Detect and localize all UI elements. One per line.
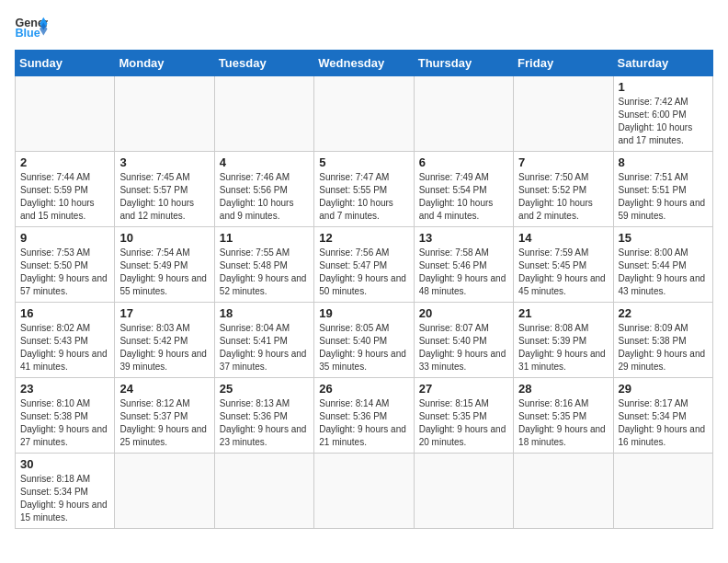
day-info: Sunrise: 7:45 AMSunset: 5:57 PMDaylight:… (119, 171, 209, 223)
day-info: Sunrise: 7:49 AMSunset: 5:54 PMDaylight:… (419, 171, 508, 223)
calendar-week-row: 1Sunrise: 7:42 AMSunset: 6:00 PMDaylight… (16, 76, 713, 152)
calendar-cell (214, 454, 313, 529)
page-header: General Blue (15, 15, 713, 40)
day-number: 10 (119, 231, 209, 245)
day-number: 23 (20, 382, 109, 396)
calendar-cell: 11Sunrise: 7:55 AMSunset: 5:48 PMDayligh… (214, 227, 313, 303)
day-info: Sunrise: 8:04 AMSunset: 5:41 PMDaylight:… (220, 322, 309, 373)
day-number: 28 (518, 382, 608, 396)
day-number: 5 (319, 155, 408, 169)
calendar-cell (514, 76, 613, 152)
calendar-cell: 19Sunrise: 8:05 AMSunset: 5:40 PMDayligh… (314, 303, 414, 378)
day-number: 30 (20, 457, 109, 471)
day-number: 11 (220, 231, 309, 245)
weekday-header-sunday: Sunday (16, 51, 115, 76)
calendar-cell: 2Sunrise: 7:44 AMSunset: 5:59 PMDaylight… (16, 152, 115, 227)
calendar-cell: 7Sunrise: 7:50 AMSunset: 5:52 PMDaylight… (514, 152, 613, 227)
day-number: 2 (20, 155, 109, 169)
day-number: 27 (419, 382, 508, 396)
calendar-cell: 27Sunrise: 8:15 AMSunset: 5:35 PMDayligh… (414, 378, 513, 454)
day-info: Sunrise: 8:00 AMSunset: 5:44 PMDaylight:… (619, 247, 708, 298)
calendar-cell: 14Sunrise: 7:59 AMSunset: 5:45 PMDayligh… (514, 227, 613, 303)
day-number: 6 (419, 155, 508, 169)
day-info: Sunrise: 8:05 AMSunset: 5:40 PMDaylight:… (319, 322, 408, 373)
calendar-cell (16, 76, 115, 152)
calendar-cell (514, 454, 613, 529)
logo-icon: General Blue (15, 15, 48, 40)
day-number: 18 (220, 306, 309, 320)
calendar-header-row: SundayMondayTuesdayWednesdayThursdayFrid… (16, 51, 713, 76)
day-info: Sunrise: 7:47 AMSunset: 5:55 PMDaylight:… (319, 171, 408, 223)
day-info: Sunrise: 8:07 AMSunset: 5:40 PMDaylight:… (419, 322, 508, 373)
day-number: 25 (220, 382, 309, 396)
day-number: 19 (319, 306, 408, 320)
day-info: Sunrise: 7:50 AMSunset: 5:52 PMDaylight:… (518, 171, 608, 223)
day-number: 7 (518, 155, 608, 169)
day-number: 1 (619, 80, 708, 94)
calendar-cell (314, 454, 414, 529)
day-info: Sunrise: 8:17 AMSunset: 5:34 PMDaylight:… (619, 397, 708, 449)
weekday-header-wednesday: Wednesday (314, 51, 414, 76)
day-info: Sunrise: 8:10 AMSunset: 5:38 PMDaylight:… (20, 397, 109, 449)
calendar-cell (414, 76, 513, 152)
calendar-cell (314, 76, 414, 152)
calendar-cell: 1Sunrise: 7:42 AMSunset: 6:00 PMDaylight… (613, 76, 712, 152)
calendar-week-row: 9Sunrise: 7:53 AMSunset: 5:50 PMDaylight… (16, 227, 713, 303)
calendar-cell: 21Sunrise: 8:08 AMSunset: 5:39 PMDayligh… (514, 303, 613, 378)
calendar-cell: 29Sunrise: 8:17 AMSunset: 5:34 PMDayligh… (613, 378, 712, 454)
calendar-cell: 12Sunrise: 7:56 AMSunset: 5:47 PMDayligh… (314, 227, 414, 303)
day-info: Sunrise: 7:56 AMSunset: 5:47 PMDaylight:… (319, 247, 408, 298)
calendar-cell: 10Sunrise: 7:54 AMSunset: 5:49 PMDayligh… (115, 227, 214, 303)
day-number: 4 (220, 155, 309, 169)
day-info: Sunrise: 8:08 AMSunset: 5:39 PMDaylight:… (518, 322, 608, 373)
day-info: Sunrise: 8:15 AMSunset: 5:35 PMDaylight:… (419, 397, 508, 449)
day-info: Sunrise: 7:58 AMSunset: 5:46 PMDaylight:… (419, 247, 508, 298)
calendar-cell: 20Sunrise: 8:07 AMSunset: 5:40 PMDayligh… (414, 303, 513, 378)
day-number: 8 (619, 155, 708, 169)
calendar-cell: 24Sunrise: 8:12 AMSunset: 5:37 PMDayligh… (115, 378, 214, 454)
day-info: Sunrise: 8:12 AMSunset: 5:37 PMDaylight:… (119, 397, 209, 449)
calendar-cell: 4Sunrise: 7:46 AMSunset: 5:56 PMDaylight… (214, 152, 313, 227)
day-number: 29 (619, 382, 708, 396)
calendar-cell (115, 454, 214, 529)
day-info: Sunrise: 7:53 AMSunset: 5:50 PMDaylight:… (20, 247, 109, 298)
calendar-cell (214, 76, 313, 152)
calendar-table: SundayMondayTuesdayWednesdayThursdayFrid… (15, 50, 713, 529)
calendar-cell: 8Sunrise: 7:51 AMSunset: 5:51 PMDaylight… (613, 152, 712, 227)
day-info: Sunrise: 8:18 AMSunset: 5:34 PMDaylight:… (20, 473, 109, 524)
day-info: Sunrise: 7:42 AMSunset: 6:00 PMDaylight:… (619, 96, 708, 147)
calendar-cell: 6Sunrise: 7:49 AMSunset: 5:54 PMDaylight… (414, 152, 513, 227)
day-info: Sunrise: 8:09 AMSunset: 5:38 PMDaylight:… (619, 322, 708, 373)
day-number: 24 (119, 382, 209, 396)
day-number: 17 (119, 306, 209, 320)
logo: General Blue (15, 15, 48, 40)
day-info: Sunrise: 7:55 AMSunset: 5:48 PMDaylight:… (220, 247, 309, 298)
calendar-cell: 5Sunrise: 7:47 AMSunset: 5:55 PMDaylight… (314, 152, 414, 227)
day-info: Sunrise: 7:54 AMSunset: 5:49 PMDaylight:… (119, 247, 209, 298)
calendar-week-row: 30Sunrise: 8:18 AMSunset: 5:34 PMDayligh… (16, 454, 713, 529)
calendar-cell: 28Sunrise: 8:16 AMSunset: 5:35 PMDayligh… (514, 378, 613, 454)
calendar-week-row: 2Sunrise: 7:44 AMSunset: 5:59 PMDaylight… (16, 152, 713, 227)
day-number: 12 (319, 231, 408, 245)
day-info: Sunrise: 8:03 AMSunset: 5:42 PMDaylight:… (119, 322, 209, 373)
calendar-cell: 18Sunrise: 8:04 AMSunset: 5:41 PMDayligh… (214, 303, 313, 378)
day-number: 3 (119, 155, 209, 169)
day-number: 21 (518, 306, 608, 320)
day-number: 9 (20, 231, 109, 245)
day-info: Sunrise: 8:02 AMSunset: 5:43 PMDaylight:… (20, 322, 109, 373)
calendar-cell (115, 76, 214, 152)
day-info: Sunrise: 7:46 AMSunset: 5:56 PMDaylight:… (220, 171, 309, 223)
day-info: Sunrise: 8:13 AMSunset: 5:36 PMDaylight:… (220, 397, 309, 449)
calendar-cell: 13Sunrise: 7:58 AMSunset: 5:46 PMDayligh… (414, 227, 513, 303)
svg-text:Blue: Blue (16, 27, 40, 40)
day-number: 13 (419, 231, 508, 245)
calendar-cell: 15Sunrise: 8:00 AMSunset: 5:44 PMDayligh… (613, 227, 712, 303)
calendar-cell: 30Sunrise: 8:18 AMSunset: 5:34 PMDayligh… (16, 454, 115, 529)
day-number: 26 (319, 382, 408, 396)
day-info: Sunrise: 7:44 AMSunset: 5:59 PMDaylight:… (20, 171, 109, 223)
calendar-cell: 17Sunrise: 8:03 AMSunset: 5:42 PMDayligh… (115, 303, 214, 378)
calendar-week-row: 23Sunrise: 8:10 AMSunset: 5:38 PMDayligh… (16, 378, 713, 454)
day-number: 16 (20, 306, 109, 320)
weekday-header-thursday: Thursday (414, 51, 513, 76)
weekday-header-friday: Friday (514, 51, 613, 76)
